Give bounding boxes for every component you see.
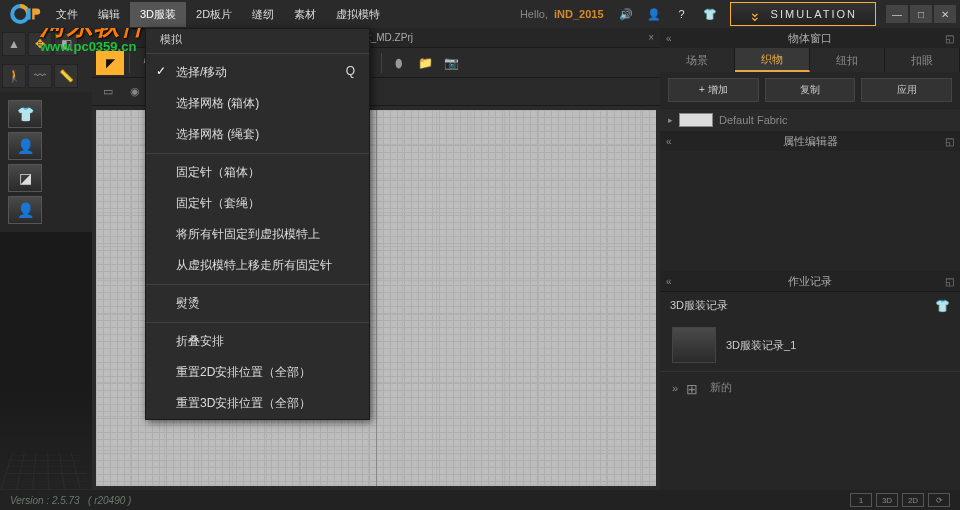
tab-fabric[interactable]: 织物	[735, 48, 810, 72]
shirt-icon[interactable]: 👕	[935, 299, 950, 313]
viewport-3d[interactable]	[0, 232, 92, 490]
menu-sewing[interactable]: 缝纫	[242, 2, 284, 27]
dd-reset-2d[interactable]: 重置2D安排位置（全部）	[146, 357, 369, 388]
dropdown-3d-garment: 模拟 选择/移动Q 选择网格 (箱体) 选择网格 (绳套) 固定针（箱体） 固定…	[145, 28, 370, 420]
collapse-icon[interactable]: «	[666, 136, 672, 147]
tool-wind[interactable]: 〰	[28, 64, 52, 88]
job-name: 3D服装记录_1	[726, 338, 796, 353]
expand-all-icon[interactable]: »	[672, 382, 678, 394]
tool-walk[interactable]: 🚶	[2, 64, 26, 88]
avatar-person[interactable]: 👤	[8, 132, 42, 160]
dd-select-mesh-lasso[interactable]: 选择网格 (绳套)	[146, 119, 369, 150]
menu-file[interactable]: 文件	[46, 2, 88, 27]
maximize-button[interactable]: □	[910, 5, 932, 23]
shirt-icon[interactable]: 👕	[696, 2, 724, 26]
popout-icon[interactable]: ◱	[945, 276, 954, 287]
tab-scene[interactable]: 场景	[660, 48, 735, 72]
new-job-row[interactable]: » 新的	[660, 371, 960, 403]
simulation-label: SIMULATION	[771, 8, 857, 20]
menu-2d-pattern[interactable]: 2D板片	[186, 2, 242, 27]
dd-select-move[interactable]: 选择/移动Q	[146, 57, 369, 88]
dd-reset-3d[interactable]: 重置3D安排位置（全部）	[146, 388, 369, 419]
view-refresh[interactable]: ⟳	[928, 493, 950, 507]
menu-3d-garment[interactable]: 3D服装	[130, 2, 186, 27]
tool-generic[interactable]: ◧	[54, 32, 78, 56]
tool-move[interactable]: ✥	[28, 32, 52, 56]
status-bar: Version : 2.5.73 ( r20490 ) 1 3D 2D ⟳	[0, 490, 960, 510]
panel-property-header: « 属性编辑器 ◱	[660, 131, 960, 151]
submenu-simulation[interactable]: 模拟	[146, 29, 369, 50]
view-3d[interactable]: 3D	[876, 493, 898, 507]
job-item[interactable]: 3D服装记录_1	[660, 319, 960, 371]
user-icon[interactable]: 👤	[640, 2, 668, 26]
dd-remove-pins[interactable]: 从虚拟模特上移走所有固定针	[146, 250, 369, 281]
panel-property-title: 属性编辑器	[783, 134, 838, 149]
collapse-icon[interactable]: «	[666, 33, 672, 44]
tool-button[interactable]: ◉	[123, 81, 147, 103]
simulation-button[interactable]: ⌄⌄ SIMULATION	[730, 2, 876, 26]
version-label: Version :	[10, 495, 49, 506]
object-actions: + 增加 复制 应用	[660, 72, 960, 108]
menu-avatar[interactable]: 虚拟模特	[326, 2, 390, 27]
avatar-cube[interactable]: ◪	[8, 164, 42, 192]
panel-object-header: « 物体窗口 ◱	[660, 28, 960, 48]
expand-icon[interactable]: ▸	[668, 115, 673, 125]
close-button[interactable]: ✕	[934, 5, 956, 23]
left-toolbar-top: ▲ ✥ ◧	[0, 28, 92, 60]
job-thumbnail	[672, 327, 716, 363]
object-tabs: 场景 织物 纽扣 扣眼	[660, 48, 960, 72]
dd-steam[interactable]: 熨烫	[146, 288, 369, 319]
collapse-icon[interactable]: «	[666, 276, 672, 287]
tab-buttonhole[interactable]: 扣眼	[885, 48, 960, 72]
jobs-section-title: 3D服装记录 👕	[660, 291, 960, 319]
add-button[interactable]: + 增加	[668, 78, 759, 102]
tab-close-icon[interactable]: ×	[648, 32, 654, 43]
app-logo	[4, 0, 46, 28]
right-panel: « 物体窗口 ◱ 场景 织物 纽扣 扣眼 + 增加 复制 应用 ▸ Defaul…	[660, 28, 960, 490]
sound-icon[interactable]: 🔊	[612, 2, 640, 26]
dd-select-mesh-box[interactable]: 选择网格 (箱体)	[146, 88, 369, 119]
new-label: 新的	[710, 380, 732, 395]
popout-icon[interactable]: ◱	[945, 136, 954, 147]
left-panel: ▲ ✥ ◧ 🚶 〰 📏 👕 👤 ◪ 👤	[0, 28, 92, 490]
user-name: iND_2015	[554, 8, 604, 20]
menu-bar: 文件 编辑 3D服装 2D板片 缝纫 素材 虚拟模特 Hello, iND_20…	[0, 0, 960, 28]
dd-fold-arrange[interactable]: 折叠安排	[146, 326, 369, 357]
tab-button[interactable]: 纽扣	[810, 48, 885, 72]
menu-edit[interactable]: 编辑	[88, 2, 130, 27]
apply-button[interactable]: 应用	[861, 78, 952, 102]
dd-pin-all[interactable]: 将所有针固定到虚拟模特上	[146, 219, 369, 250]
chevron-down-icon: ⌄⌄	[749, 7, 763, 21]
tool-measure[interactable]: 📏	[54, 64, 78, 88]
panel-jobs-title: 作业记录	[788, 274, 832, 289]
panel-object-title: 物体窗口	[788, 31, 832, 46]
window-controls: — □ ✕	[886, 5, 956, 23]
tool-camera[interactable]: 📷	[439, 51, 463, 75]
view-2d[interactable]: 2D	[902, 493, 924, 507]
popout-icon[interactable]: ◱	[945, 33, 954, 44]
fabric-swatch	[679, 113, 713, 127]
menu-materials[interactable]: 素材	[284, 2, 326, 27]
fabric-item[interactable]: ▸ Default Fabric	[660, 108, 960, 131]
tool-folder[interactable]: 📁	[413, 51, 437, 75]
panel-jobs-header: « 作业记录 ◱	[660, 271, 960, 291]
grid-floor	[0, 452, 92, 490]
hello-label: Hello,	[520, 8, 548, 20]
left-toolbar-row2: 🚶 〰 📏	[0, 60, 92, 92]
add-icon[interactable]	[686, 381, 702, 395]
build-value: ( r20490 )	[88, 495, 131, 506]
tool-iron[interactable]: ⬮	[387, 51, 411, 75]
avatar-list: 👕 👤 ◪ 👤	[0, 92, 92, 232]
copy-button[interactable]: 复制	[765, 78, 856, 102]
view-1[interactable]: 1	[850, 493, 872, 507]
help-icon[interactable]: ?	[668, 2, 696, 26]
avatar-bust[interactable]: 👤	[8, 196, 42, 224]
tool-edit-pattern[interactable]: ◤	[96, 51, 124, 75]
tool-select[interactable]: ▲	[2, 32, 26, 56]
minimize-button[interactable]: —	[886, 5, 908, 23]
fabric-name: Default Fabric	[719, 114, 787, 126]
avatar-shirt[interactable]: 👕	[8, 100, 42, 128]
tool-rect[interactable]: ▭	[96, 81, 120, 103]
dd-pin-lasso[interactable]: 固定针（套绳）	[146, 188, 369, 219]
dd-pin-box[interactable]: 固定针（箱体）	[146, 157, 369, 188]
